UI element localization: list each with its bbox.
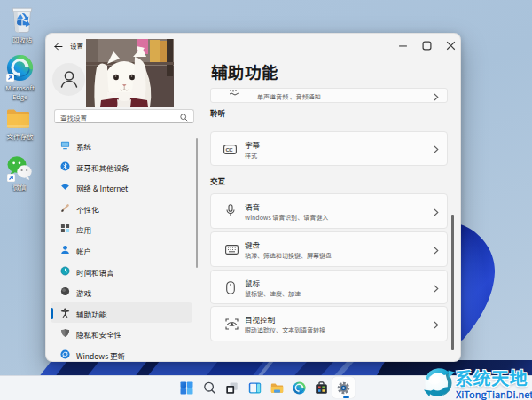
svg-text:CC: CC [226,147,234,153]
